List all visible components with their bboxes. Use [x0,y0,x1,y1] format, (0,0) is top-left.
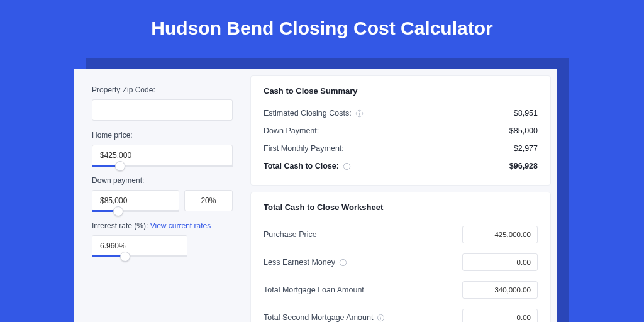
interest-label-text: Interest rate (%): [92,221,150,230]
worksheet-input-loan-amount[interactable] [462,281,538,299]
page-title: Hudson Bend Closing Cost Calculator [0,0,644,57]
zip-label: Property Zip Code: [92,86,233,94]
summary-row-label: First Monthly Payment: [264,144,344,153]
summary-row-label: Total Cash to Close: [264,162,339,170]
home-price-thumb[interactable] [115,161,125,171]
zip-input[interactable] [92,99,233,121]
summary-row-down-payment: Down Payment: $85,000 [264,122,538,140]
summary-row-closing-costs: Estimated Closing Costs: $8,951 [264,104,538,122]
down-payment-track [92,210,179,212]
worksheet-title: Total Cash to Close Worksheet [264,203,538,212]
summary-row-value: $85,000 [509,126,538,135]
results-column: Cash to Close Summary Estimated Closing … [250,75,551,322]
summary-row-first-monthly: First Monthly Payment: $2,977 [264,140,538,157]
inputs-column: Property Zip Code: Home price: Down paym… [80,75,244,322]
worksheet-row-label: Total Second Mortgage Amount [264,313,373,322]
worksheet-row-label: Less Earnest Money [264,258,335,267]
summary-row-value: $8,951 [514,109,538,118]
down-payment-pct-box [184,190,233,211]
info-icon[interactable] [343,162,351,170]
summary-card: Cash to Close Summary Estimated Closing … [250,75,551,186]
view-current-rates-link[interactable]: View current rates [150,221,211,230]
interest-field-group: Interest rate (%): View current rates [92,221,233,257]
home-price-label: Home price: [92,131,233,140]
home-price-track [92,165,233,167]
summary-row-label: Down Payment: [264,126,319,135]
summary-row-label: Estimated Closing Costs: [264,109,352,118]
interest-slider[interactable] [92,235,187,257]
interest-thumb[interactable] [120,252,130,262]
worksheet-row-earnest-money: Less Earnest Money [264,248,538,276]
info-icon[interactable] [377,314,385,322]
interest-input[interactable] [92,235,187,257]
worksheet-row-label: Purchase Price [264,230,317,239]
down-payment-slider[interactable] [92,190,179,211]
worksheet-row-second-mortgage: Total Second Mortgage Amount [264,304,538,322]
interest-track [92,255,187,257]
summary-row-value: $96,928 [509,162,538,170]
down-payment-thumb[interactable] [113,206,123,216]
down-payment-input[interactable] [92,190,179,211]
worksheet-input-second-mortgage[interactable] [462,309,538,322]
home-price-input[interactable] [92,145,233,166]
home-price-slider[interactable] [92,145,233,166]
calculator-panel: Property Zip Code: Home price: Down paym… [74,69,557,322]
down-payment-pct-input[interactable] [184,190,233,211]
worksheet-row-label: Total Mortgage Loan Amount [264,286,364,294]
summary-title: Cash to Close Summary [264,86,538,96]
worksheet-row-purchase-price: Purchase Price [264,221,538,248]
info-icon[interactable] [339,258,347,267]
zip-field-group: Property Zip Code: [92,86,233,121]
worksheet-input-earnest-money[interactable] [462,253,538,271]
worksheet-card: Total Cash to Close Worksheet Purchase P… [250,192,551,322]
info-icon[interactable] [355,109,364,118]
worksheet-input-purchase-price[interactable] [462,226,538,243]
down-payment-field-group: Down payment: [92,176,233,211]
worksheet-row-loan-amount: Total Mortgage Loan Amount [264,276,538,304]
interest-label: Interest rate (%): View current rates [92,221,233,230]
summary-row-total: Total Cash to Close: $96,928 [264,157,538,175]
home-price-field-group: Home price: [92,131,233,166]
down-payment-label: Down payment: [92,176,233,185]
summary-row-value: $2,977 [514,144,538,153]
